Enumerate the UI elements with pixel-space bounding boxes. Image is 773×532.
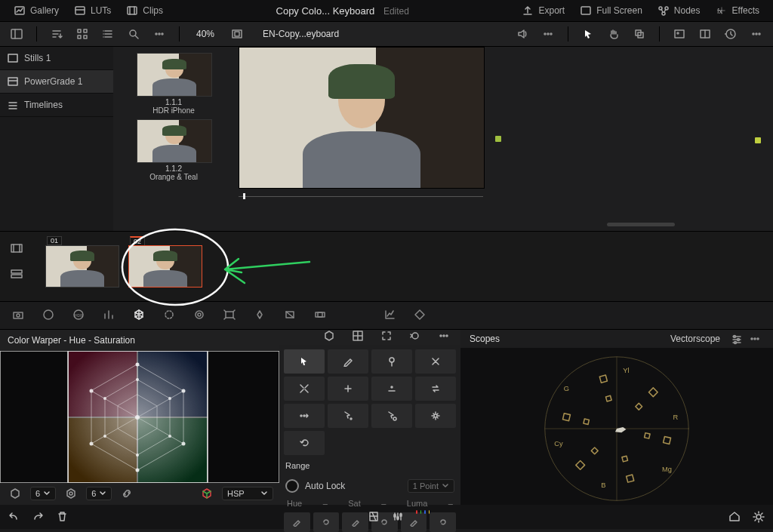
layout-toggle[interactable] [8,25,26,43]
color-wheels-button[interactable] [42,309,56,322]
warper-grid1-select[interactable]: 6 [30,487,56,500]
trash-button[interactable] [56,510,69,524]
gallery-tab[interactable]: Gallery [6,0,66,21]
scopes-more-button[interactable] [746,330,764,348]
select-all-tool[interactable] [415,404,456,428]
search-button[interactable] [125,25,143,43]
select-row-tool[interactable] [328,404,368,428]
effects-button[interactable]: fx Effects [708,0,767,21]
scopes-button[interactable] [383,309,397,322]
clip-mode-button[interactable] [8,239,26,257]
timeline-clip-1[interactable]: 01 [45,245,119,288]
warper-canvas[interactable] [0,351,279,482]
magic-mask-button[interactable] [254,309,267,322]
hue-pen[interactable] [284,512,310,532]
redo-button[interactable] [32,510,45,524]
hue-sat-mode-button[interactable] [323,330,338,345]
info-button[interactable] [414,309,427,322]
split-button[interactable] [696,25,714,43]
hue-reset[interactable] [313,512,340,532]
color-warper-button[interactable] [133,309,146,322]
loop-button[interactable] [408,204,421,217]
viewer-image[interactable] [239,47,485,189]
select-ring-tool[interactable] [371,404,412,428]
auto-lock-toggle[interactable] [285,479,299,493]
invert-tool[interactable] [415,377,456,401]
luts-tab[interactable]: LUTs [66,0,119,21]
tracking-button[interactable] [223,309,237,322]
link-button[interactable] [118,484,136,503]
page-color-button[interactable] [416,510,430,524]
picker-tool[interactable] [239,204,252,217]
export-button[interactable]: Export [514,0,572,21]
draw-tool[interactable] [328,349,368,374]
more-button-3[interactable] [747,25,765,43]
increase-fall-tool[interactable] [328,377,368,401]
home-button[interactable] [728,510,741,524]
still-2[interactable]: 1.1.2 Orange & Teal [137,119,211,181]
warper-grid1-button[interactable] [6,484,24,503]
more-button[interactable] [438,330,453,345]
scopes-mode[interactable]: Vectorscope [670,334,720,344]
page-edit-button[interactable] [392,510,405,524]
chroma-luma-mode-button[interactable] [352,330,367,345]
sat-pen[interactable] [342,512,368,532]
warper-grid2-select[interactable]: 6 [86,487,112,500]
timeline-clip-2[interactable]: 02 [128,245,202,288]
still-1[interactable]: 1.1.1 HDR iPhone [137,53,211,115]
pull-in-tool[interactable] [415,349,456,374]
reset-button[interactable] [409,330,424,345]
more-button-2[interactable] [539,25,557,43]
scroll-thumb[interactable] [607,223,675,226]
nodes-button[interactable]: Nodes [650,0,708,21]
reset-sel-tool[interactable] [284,431,325,455]
clip-name[interactable]: EN-Copy...eyboard [254,29,355,39]
pin-tool[interactable] [371,349,412,374]
sidebar-item-stills[interactable]: Stills 1 [0,47,113,70]
track-mode-button[interactable] [8,265,26,283]
qualifier-button[interactable] [163,309,177,322]
warper-grid2-button[interactable] [62,484,80,503]
push-out-tool[interactable] [284,377,325,401]
hand-tool[interactable] [605,25,623,43]
cube-button[interactable] [198,484,216,503]
sidebar-item-powergrade[interactable]: PowerGrade 1 [0,70,113,94]
stop-button[interactable] [335,204,349,217]
history-button[interactable] [722,25,740,43]
convert-tool[interactable] [284,404,325,428]
fullscreen-button[interactable]: Full Screen [572,0,650,21]
scopes-settings-button[interactable] [728,330,746,348]
viewer-scrubber[interactable] [239,193,483,199]
pointer-tool[interactable] [579,25,597,43]
camera-raw-button[interactable] [12,309,26,322]
window-button[interactable] [193,309,207,322]
crop-tool[interactable] [630,25,648,43]
sidebar-item-timelines[interactable]: Timelines [0,94,113,117]
settings-button[interactable] [752,510,765,524]
blur-button[interactable] [284,309,297,322]
prev-frame-button[interactable] [311,204,325,217]
last-frame-button[interactable] [383,204,397,217]
hdr-wheels-button[interactable]: HDR [72,309,86,322]
undo-button[interactable] [8,510,21,524]
expand-button[interactable] [380,330,396,345]
audio-button[interactable] [513,25,531,43]
points-select[interactable]: 1 Point [408,479,454,493]
rgb-mixer-button[interactable] [103,309,116,322]
play-button[interactable] [359,204,373,217]
list-view-button[interactable] [99,25,117,43]
decrease-fall-tool[interactable] [371,377,412,401]
page-cut-button[interactable] [368,510,381,524]
sort-button[interactable] [48,25,66,43]
key-button[interactable] [314,309,328,322]
zoom-level[interactable]: 40% [190,29,220,39]
layers-button[interactable] [263,204,276,217]
select-tool[interactable] [284,349,325,374]
warper-mode-select[interactable]: HSP [222,487,273,500]
vectorscope[interactable]: R Mg B Cy G Yl [460,348,773,506]
first-frame-button[interactable] [287,204,300,217]
image-wipe-button[interactable] [670,25,688,43]
grid-view-button[interactable] [73,25,91,43]
more-button-1[interactable] [150,25,168,43]
clips-tab[interactable]: Clips [119,0,171,21]
